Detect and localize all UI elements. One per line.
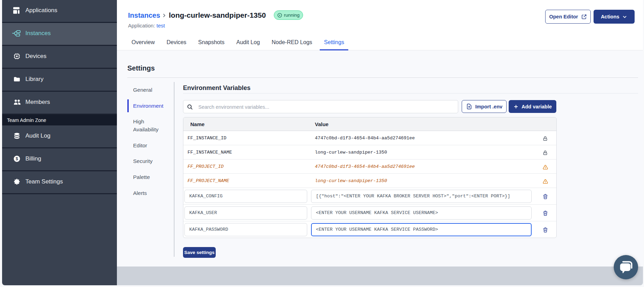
svg-text:$: $ — [16, 156, 18, 161]
